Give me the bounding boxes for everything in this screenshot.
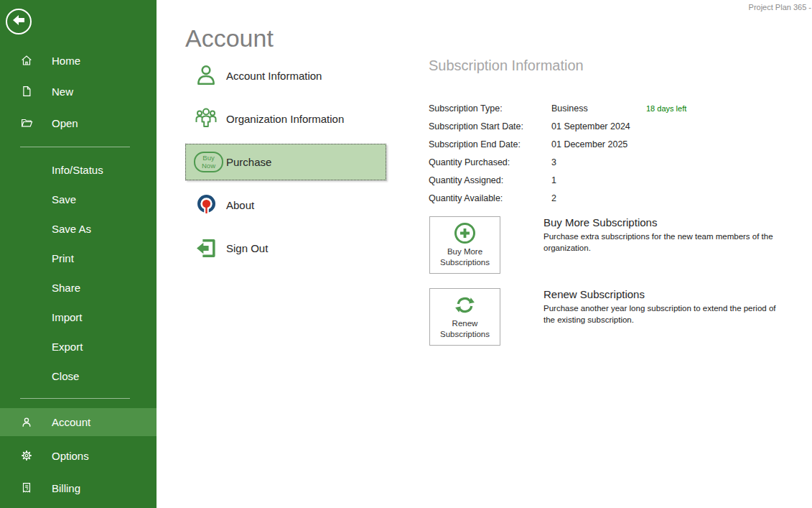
- detail-value: 01 December 2025: [551, 139, 646, 149]
- buy-more-subscriptions-button[interactable]: Buy More Subscriptions: [429, 216, 500, 274]
- sign-out-icon: [194, 236, 218, 260]
- renew-arrows-icon: [453, 293, 477, 317]
- sidebar-item-save-as[interactable]: Save As: [0, 216, 157, 241]
- detail-label: Quantity Available:: [429, 193, 551, 203]
- sidebar-item-info-status[interactable]: Info/Status: [0, 157, 157, 182]
- button-caption: Buy More Subscriptions: [440, 246, 490, 267]
- about-logo-icon: [194, 193, 218, 217]
- subscription-row: Quantity Purchased: 3: [429, 153, 788, 171]
- organization-group-icon: [194, 106, 218, 131]
- sidebar-item-share[interactable]: Share: [0, 275, 157, 300]
- action-description: Purchase another year long subscription …: [543, 303, 780, 325]
- button-caption-line2: Subscriptions: [440, 257, 490, 268]
- subscription-row: Quantity Available: 2: [429, 189, 788, 207]
- detail-value: 1: [551, 175, 646, 185]
- days-left-note: 18 days left: [646, 104, 686, 113]
- app-title: Project Plan 365 -: [749, 3, 811, 11]
- sidebar-item-label: New: [52, 86, 73, 98]
- sidebar-item-label: Open: [52, 117, 78, 129]
- sidebar-item-options[interactable]: Options: [0, 442, 157, 469]
- account-person-icon: [194, 63, 218, 88]
- buy-now-badge-line2: Now: [202, 162, 215, 170]
- detail-label: Quantity Assigned:: [429, 175, 551, 185]
- subscription-row: Subscription Type: Business 18 days left: [429, 99, 788, 117]
- button-caption-line1: Renew: [440, 318, 490, 329]
- menu-item-about[interactable]: About: [185, 190, 386, 219]
- menu-item-label: Organization Information: [226, 113, 344, 125]
- action-heading: Renew Subscriptions: [543, 288, 780, 300]
- subscription-heading: Subscription Information: [429, 57, 584, 74]
- subscription-details: Subscription Type: Business 18 days left…: [429, 99, 788, 207]
- sidebar-item-label: Print: [52, 252, 74, 264]
- renew-subscriptions-info: Renew Subscriptions Purchase another yea…: [543, 288, 780, 325]
- sidebar-item-label: Account: [52, 416, 90, 428]
- plus-circle-icon: [453, 221, 477, 245]
- back-arrow-icon: [10, 11, 27, 32]
- sidebar-item-label: Info/Status: [52, 164, 103, 176]
- detail-value: 3: [551, 157, 646, 167]
- sidebar-item-account[interactable]: Account: [0, 408, 157, 436]
- sidebar-item-label: Share: [52, 282, 80, 294]
- sidebar-item-open[interactable]: Open: [0, 111, 157, 135]
- subscription-row: Subscription End Date: 01 December 2025: [429, 135, 788, 153]
- action-description: Purchase extra subscriptions for the new…: [543, 231, 780, 254]
- detail-label: Quantity Purchased:: [429, 157, 551, 167]
- renew-subscriptions-button[interactable]: Renew Subscriptions: [429, 288, 500, 346]
- buy-now-badge-icon: Buy Now: [194, 152, 223, 172]
- menu-item-sign-out[interactable]: Sign Out: [185, 234, 386, 262]
- sidebar: Home New Open Info/Status Save: [0, 0, 157, 508]
- billing-receipt-icon: [20, 481, 33, 494]
- sidebar-item-label: Import: [52, 311, 83, 323]
- sidebar-divider: [20, 398, 130, 399]
- sidebar-item-print[interactable]: Print: [0, 246, 157, 270]
- sidebar-item-close[interactable]: Close: [0, 364, 157, 388]
- sidebar-item-label: Home: [52, 55, 80, 67]
- menu-item-label: Sign Out: [226, 242, 268, 254]
- detail-label: Subscription Start Date:: [429, 121, 551, 131]
- back-button[interactable]: [6, 9, 32, 34]
- new-document-icon: [20, 85, 33, 98]
- buy-more-subscriptions-info: Buy More Subscriptions Purchase extra su…: [543, 216, 780, 254]
- detail-value: 2: [551, 193, 646, 203]
- sidebar-item-label: Export: [52, 341, 83, 353]
- sidebar-item-new[interactable]: New: [0, 79, 157, 103]
- detail-label: Subscription End Date:: [429, 139, 551, 149]
- sidebar-item-label: Close: [52, 370, 79, 382]
- detail-value: Business: [551, 103, 646, 114]
- sidebar-item-export[interactable]: Export: [0, 334, 157, 359]
- sidebar-item-billing[interactable]: Billing: [0, 474, 157, 502]
- menu-item-account-information[interactable]: Account Information: [185, 61, 386, 90]
- subscription-row: Subscription Start Date: 01 September 20…: [429, 117, 788, 135]
- buy-now-badge-line1: Buy: [202, 154, 214, 162]
- menu-item-label: Account Information: [226, 70, 322, 82]
- menu-item-organization-information[interactable]: Organization Information: [185, 104, 386, 133]
- button-caption-line1: Buy More: [440, 246, 490, 257]
- menu-item-label: Purchase: [226, 156, 271, 168]
- page-title: Account: [185, 24, 274, 52]
- sidebar-divider: [20, 147, 130, 147]
- home-icon: [20, 54, 33, 67]
- backstage-view: Home New Open Info/Status Save: [0, 0, 812, 508]
- detail-value: 01 September 2024: [551, 121, 646, 131]
- button-caption-line2: Subscriptions: [440, 329, 490, 340]
- sidebar-item-save[interactable]: Save: [0, 187, 157, 211]
- menu-item-label: About: [226, 199, 254, 211]
- open-folder-icon: [20, 116, 33, 129]
- sidebar-item-label: Billing: [52, 482, 80, 494]
- sidebar-item-import[interactable]: Import: [0, 305, 157, 329]
- menu-item-purchase[interactable]: Buy Now Purchase: [185, 144, 386, 180]
- detail-label: Subscription Type:: [429, 103, 551, 114]
- sidebar-item-label: Save As: [52, 223, 91, 235]
- sidebar-item-home[interactable]: Home: [0, 48, 157, 73]
- sidebar-item-label: Save: [52, 193, 76, 205]
- person-icon: [20, 416, 33, 429]
- gear-icon: [20, 449, 33, 462]
- action-heading: Buy More Subscriptions: [543, 216, 780, 228]
- button-caption: Renew Subscriptions: [440, 318, 490, 339]
- subscription-row: Quantity Assigned: 1: [429, 171, 788, 189]
- sidebar-item-label: Options: [52, 450, 89, 462]
